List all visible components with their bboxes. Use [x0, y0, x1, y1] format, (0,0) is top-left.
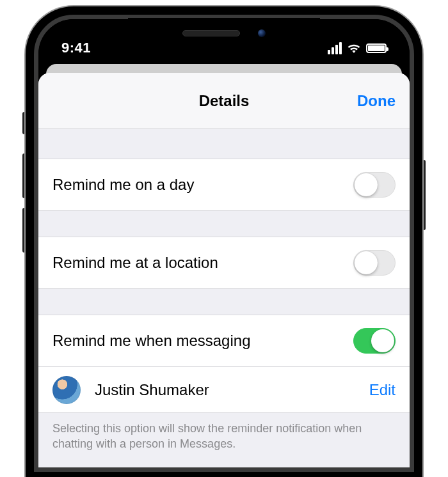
avatar	[52, 376, 81, 404]
row-label: Remind me on a day	[52, 176, 353, 194]
section-gap	[38, 289, 410, 315]
contact-name: Justin Shumaker	[95, 381, 369, 399]
cellular-signal-icon	[328, 42, 342, 54]
row-remind-location: Remind me at a location	[38, 237, 410, 289]
section-gap	[38, 211, 410, 237]
toggle-remind-location[interactable]	[353, 250, 396, 276]
footer-text: Selecting this option will show the remi…	[38, 413, 410, 467]
page-title: Details	[38, 92, 410, 110]
row-remind-messaging: Remind me when messaging	[38, 315, 410, 367]
toggle-remind-day[interactable]	[353, 172, 396, 198]
edit-button[interactable]: Edit	[369, 381, 396, 399]
toggle-remind-messaging[interactable]	[353, 328, 396, 354]
phone-frame: 9:41	[26, 6, 422, 477]
camera-icon	[258, 29, 266, 37]
modal-header: Details Done	[38, 73, 410, 129]
section-gap	[38, 129, 410, 159]
done-button[interactable]: Done	[357, 92, 396, 110]
row-label: Remind me at a location	[52, 254, 353, 272]
details-modal: Details Done Remind me on a day Remind m…	[38, 73, 410, 467]
battery-icon	[366, 43, 387, 53]
phone-notch	[128, 19, 320, 49]
row-label: Remind me when messaging	[52, 332, 353, 350]
contact-row: Justin Shumaker Edit	[38, 367, 410, 413]
speaker-icon	[182, 30, 240, 36]
status-time: 9:41	[61, 40, 91, 56]
row-remind-day: Remind me on a day	[38, 159, 410, 211]
wifi-icon	[347, 42, 361, 54]
